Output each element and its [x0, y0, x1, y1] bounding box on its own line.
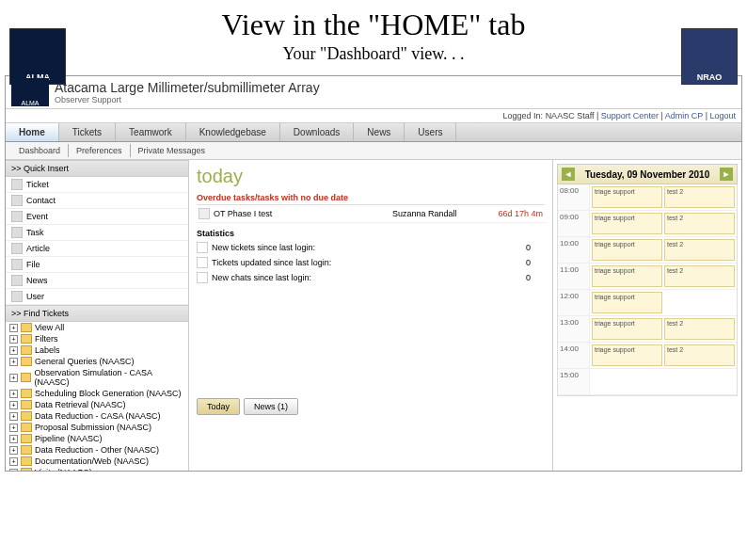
tree-item[interactable]: +View All	[6, 322, 188, 333]
calendar-event[interactable]: test 2	[664, 239, 735, 261]
folder-icon	[21, 456, 32, 466]
calendar-event[interactable]: triage support	[592, 265, 662, 287]
tab-news[interactable]: News	[354, 123, 405, 141]
next-day-button[interactable]: ►	[720, 168, 733, 181]
tree-item[interactable]: +Observation Simulation - CASA (NAASC)	[6, 367, 188, 388]
tab-home[interactable]: Home	[6, 123, 59, 141]
calendar-time: 14:00	[558, 343, 590, 368]
slide-header: View in the "HOME" tab Your "Dashboard" …	[0, 0, 747, 66]
calendar-event[interactable]: triage support	[592, 239, 662, 261]
tree-item[interactable]: +Visits (NAASC)	[6, 467, 188, 471]
calendar-panel: ◄ Tuesday, 09 November 2010 ► 08:00triag…	[553, 160, 741, 471]
tree-item[interactable]: +Proposal Submission (NAASC)	[6, 422, 188, 433]
quick-ticket[interactable]: Ticket	[6, 177, 188, 193]
calendar-event[interactable]: test 2	[664, 186, 735, 208]
subtab-dashboard[interactable]: Dashboard	[11, 144, 69, 157]
statistics-header: Statistics	[197, 229, 545, 238]
calendar-event[interactable]: triage support	[592, 292, 662, 313]
tree-toggle-icon[interactable]: +	[9, 358, 18, 366]
task-due: 66d 17h 4m	[486, 209, 543, 218]
calendar-event[interactable]: triage support	[592, 318, 662, 340]
tab-tickets[interactable]: Tickets	[59, 123, 116, 141]
tree-toggle-icon[interactable]: +	[9, 401, 18, 409]
svg-rect-3	[11, 227, 23, 238]
quick-user[interactable]: User	[6, 289, 188, 305]
quick-task[interactable]: Task	[6, 225, 188, 241]
link-admin-cp[interactable]: Admin CP	[665, 111, 703, 120]
slide-title: View in the "HOME" tab	[0, 8, 747, 42]
tab-knowledgebase[interactable]: Knowledgebase	[186, 123, 280, 141]
svg-rect-0	[11, 179, 23, 190]
ticket-icon	[11, 179, 23, 190]
folder-icon	[21, 357, 32, 366]
tree-toggle-icon[interactable]: +	[9, 324, 18, 332]
today-button[interactable]: Today	[197, 398, 240, 415]
tree-item[interactable]: +Data Reduction - Other (NAASC)	[6, 444, 188, 456]
folder-icon	[21, 411, 32, 421]
app-support: Observer Support	[55, 95, 736, 104]
app-window: ALMA Atacama Large Millimeter/submillime…	[5, 75, 742, 472]
tree-item[interactable]: +General Queries (NAASC)	[6, 356, 188, 367]
tree-toggle-icon[interactable]: +	[9, 457, 18, 466]
folder-icon	[21, 334, 32, 344]
quick-article[interactable]: Article	[6, 241, 188, 257]
subtab-private-messages[interactable]: Private Messages	[131, 144, 214, 157]
tree-toggle-icon[interactable]: +	[9, 446, 18, 455]
quick-contact[interactable]: Contact	[6, 193, 188, 209]
find-tickets-header: >> Find Tickets	[6, 305, 188, 322]
calendar-row: 09:00triage supporttest 2	[558, 211, 737, 237]
login-bar: Logged In: NAASC Staff | Support Center …	[6, 109, 741, 123]
calendar-event[interactable]: test 2	[664, 213, 735, 234]
article-icon	[11, 243, 23, 254]
contact-icon	[11, 195, 23, 206]
tree-item[interactable]: +Pipeline (NAASC)	[6, 433, 188, 444]
task-row[interactable]: OT Phase I test Suzanna Randall 66d 17h …	[197, 205, 545, 223]
event-icon	[11, 211, 23, 222]
calendar-row: 13:00triage supporttest 2	[558, 316, 737, 343]
main-tabs: Home Tickets Teamwork Knowledgebase Down…	[6, 123, 741, 142]
quick-event[interactable]: Event	[6, 209, 188, 225]
tree-toggle-icon[interactable]: +	[9, 469, 18, 472]
task-icon	[11, 227, 23, 238]
tree-item[interactable]: +Filters	[6, 333, 188, 344]
news-button[interactable]: News (1)	[244, 398, 298, 415]
sub-tabs: Dashboard Preferences Private Messages	[6, 142, 741, 160]
tree-item[interactable]: +Data Reduction - CASA (NAASC)	[6, 410, 188, 422]
subtab-preferences[interactable]: Preferences	[69, 144, 131, 157]
tree-toggle-icon[interactable]: +	[9, 412, 18, 421]
tree-toggle-icon[interactable]: +	[9, 390, 18, 398]
folder-icon	[21, 468, 32, 471]
calendar-row: 11:00triage supporttest 2	[558, 264, 737, 290]
tree-item[interactable]: +Labels	[6, 344, 188, 356]
calendar-event[interactable]: test 2	[664, 344, 735, 366]
calendar-event[interactable]: test 2	[664, 265, 735, 287]
quick-file[interactable]: File	[6, 257, 188, 273]
tree-item[interactable]: +Documentation/Web (NAASC)	[6, 456, 188, 467]
tab-teamwork[interactable]: Teamwork	[116, 123, 186, 141]
tree-toggle-icon[interactable]: +	[9, 435, 18, 443]
folder-icon	[21, 373, 32, 382]
calendar-date-bar: ◄ Tuesday, 09 November 2010 ►	[557, 164, 738, 184]
calendar-event[interactable]: triage support	[592, 213, 662, 234]
link-support-center[interactable]: Support Center	[601, 111, 659, 120]
tree-toggle-icon[interactable]: +	[9, 374, 18, 382]
link-logout[interactable]: Logout	[709, 111, 736, 120]
tree-toggle-icon[interactable]: +	[9, 346, 18, 355]
calendar-event[interactable]: triage support	[592, 344, 662, 366]
tree-toggle-icon[interactable]: +	[9, 424, 18, 432]
folder-icon	[21, 345, 32, 355]
tree-item[interactable]: +Data Retrieval (NAASC)	[6, 399, 188, 410]
tab-downloads[interactable]: Downloads	[280, 123, 354, 141]
quick-news[interactable]: News	[6, 273, 188, 289]
folder-icon	[21, 445, 32, 455]
calendar-time: 08:00	[558, 184, 590, 210]
tab-users[interactable]: Users	[405, 123, 456, 141]
dashboard-panel: today Overdue tasks/tasks with no due da…	[189, 160, 553, 471]
slide-subtitle: Your "Dashboard" view. . .	[0, 44, 747, 64]
calendar-event[interactable]: triage support	[592, 186, 662, 208]
tree-toggle-icon[interactable]: +	[9, 335, 18, 344]
calendar-event[interactable]: test 2	[664, 318, 735, 340]
prev-day-button[interactable]: ◄	[562, 168, 575, 181]
folder-icon	[21, 389, 32, 398]
tree-item[interactable]: +Scheduling Block Generation (NAASC)	[6, 388, 188, 399]
